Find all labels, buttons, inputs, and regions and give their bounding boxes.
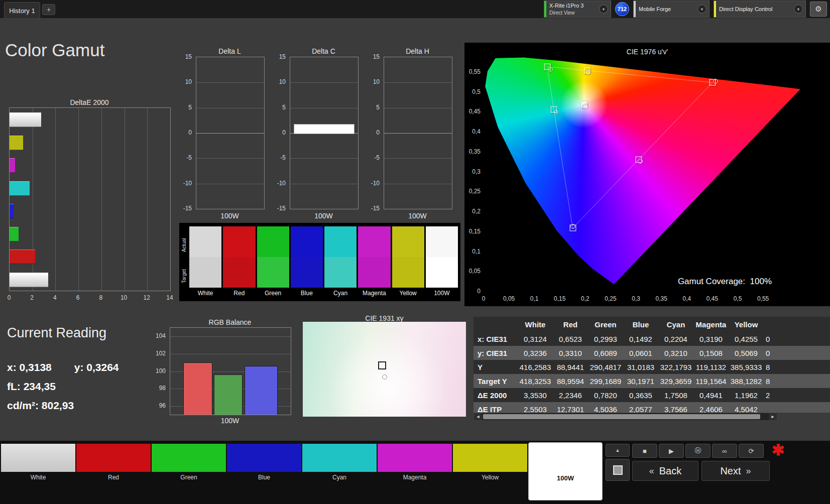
gamut-measured-yellow [585, 70, 590, 75]
patch-magenta-button[interactable] [378, 444, 452, 472]
delta-gridline [290, 158, 358, 159]
table-cell: 0,3210 [658, 349, 693, 357]
scroll-left-button[interactable]: ◄ [474, 413, 482, 420]
cie1976-y-axis: 0,550,50,450,40,350,30,250,20,150,10,050 [464, 43, 482, 306]
delta-y-tick: 10 [360, 78, 380, 85]
rgb-y-tick: 98 [159, 385, 166, 392]
swatch-target [291, 257, 323, 288]
table-col-header: White [518, 320, 553, 329]
display-control-dropdown[interactable]: Direct Display Control ▼ [714, 1, 806, 18]
transport-stop-button[interactable]: ■ [632, 444, 657, 458]
patch-red-button[interactable] [76, 444, 151, 472]
swatch-column-green: Green [257, 226, 289, 300]
delta-y-tick: -10 [266, 180, 286, 187]
gamut-measured-red [713, 79, 718, 84]
table-row[interactable]: y: CIE310,32360,33100,60890,06010,32100,… [473, 346, 830, 360]
transport-refresh-button[interactable]: ⟳ [739, 444, 764, 458]
patch-white-button[interactable] [1, 444, 75, 472]
cie1976-y-tick: 0,05 [464, 268, 481, 275]
cie1976-x-tick: 0 [472, 295, 495, 302]
table-row-label: y: CIE31 [473, 349, 518, 357]
transport-profile-button[interactable]: Ⓗ [685, 444, 710, 458]
swatch-target [392, 257, 424, 288]
swatch-label: Yellow [392, 288, 424, 299]
patch-100w-button[interactable]: 100W [528, 442, 603, 500]
table-cell: 290,4817 [588, 363, 623, 371]
cie1976-y-tick: 0,4 [464, 128, 481, 135]
transport-link-button[interactable]: ∞ [712, 444, 737, 458]
swatch-target [189, 257, 221, 288]
swatch-target-label: Target [181, 261, 188, 291]
scrollbar-thumb[interactable] [483, 414, 760, 419]
patch-yellow-button[interactable] [453, 444, 527, 472]
cie1931-title: CIE 1931 xy [303, 314, 466, 322]
swatch-actual [257, 226, 289, 257]
meter-dropdown[interactable]: X-Rite i1Pro 3 Direct View ▼ [544, 1, 611, 18]
patch-green-button[interactable] [152, 444, 226, 472]
delta-gridline [384, 82, 452, 83]
scroll-right-button[interactable]: ► [769, 413, 777, 420]
cie1976-x-tick: 0,15 [549, 295, 571, 302]
up-chevron-icon: ▲ [616, 448, 620, 453]
swatch-target [257, 257, 289, 288]
table-horizontal-scrollbar[interactable]: ◄ ► [473, 413, 777, 421]
delta-gridline [290, 108, 358, 108]
delta-y-tick: -15 [360, 205, 380, 212]
delta-y-tick: -15 [266, 205, 286, 212]
reading-fl: fL: 234,35 [7, 381, 56, 393]
swatch-actual [426, 226, 458, 257]
tab-history[interactable]: History 1 [4, 2, 40, 19]
table-cell: 2,2346 [553, 391, 588, 400]
patch-blue-button[interactable] [227, 444, 301, 472]
table-row[interactable]: Target Y418,325388,9594299,168930,197132… [473, 374, 830, 388]
chevron-down-icon[interactable]: ▼ [599, 5, 608, 14]
cie1976-x-tick: 0,1 [523, 295, 545, 302]
delta-plot [196, 57, 265, 209]
patch-cyan-button[interactable] [302, 444, 377, 472]
delta-gridline [196, 184, 264, 184]
add-tab-button[interactable]: + [42, 4, 55, 15]
chevron-glyph: ▼ [602, 8, 606, 11]
table-cell: 322,1793 [658, 363, 693, 371]
gamut-measured-cyan [553, 109, 558, 114]
patch-label: Cyan [302, 474, 377, 481]
table-row[interactable]: Y416,258388,9441290,481731,0183322,17931… [473, 360, 830, 374]
table-cell: 0,6523 [553, 335, 588, 343]
table-row[interactable]: x: CIE310,31240,65230,29930,14920,22040,… [473, 332, 830, 346]
swatch-column-red: Red [223, 226, 255, 300]
cie1976-y-tick: 0,2 [464, 208, 481, 215]
settings-button[interactable]: ⚙ [810, 2, 827, 17]
pattern-up-button[interactable]: ▲ [606, 444, 630, 457]
table-row-label: Target Y [473, 377, 518, 386]
table-cell: 31,0183 [623, 363, 658, 371]
delta-y-tick: 5 [266, 104, 286, 111]
table-cell: 3,7566 [658, 405, 693, 413]
patch-label: White [1, 474, 75, 481]
current-reading-title: Current Reading [7, 325, 106, 341]
table-row-label: Y [473, 363, 518, 371]
table-cell-partial: 0 [764, 349, 830, 357]
table-cell: 0,5069 [729, 349, 764, 357]
pattern-window-button[interactable] [606, 459, 630, 481]
swatch-label: Magenta [358, 288, 390, 299]
delta-gridline [290, 82, 358, 83]
table-cell: 0,1492 [623, 335, 658, 343]
delta-y-tick: 0 [172, 129, 192, 136]
table-row[interactable]: ΔE ITP2,550312,73014,50362,05773,75662,4… [473, 402, 830, 413]
patch-label: Blue [227, 474, 301, 481]
next-button[interactable]: Next» [701, 461, 770, 481]
table-cell-partial: 0 [764, 335, 830, 343]
delta-chart-delta-c: Delta C151050-5-10-15100W [266, 47, 358, 223]
pattern-source-dropdown[interactable]: Mobile Forge ▼ [633, 1, 709, 18]
back-button[interactable]: «Back [632, 461, 698, 481]
swatch-label: Cyan [324, 288, 357, 299]
rgb-bar-green [214, 374, 243, 415]
delta-x-label: 100W [384, 212, 451, 220]
chevron-down-icon[interactable]: ▼ [794, 5, 803, 14]
transport-play-button[interactable]: ▶ [659, 444, 684, 458]
table-cell: 0,2993 [588, 335, 623, 343]
table-row[interactable]: ΔE 20003,35302,23460,78200,36351,75080,4… [473, 388, 830, 402]
chevron-down-icon[interactable]: ▼ [697, 5, 706, 14]
delta-y-tick: 10 [172, 78, 192, 85]
window-icon [613, 465, 623, 475]
